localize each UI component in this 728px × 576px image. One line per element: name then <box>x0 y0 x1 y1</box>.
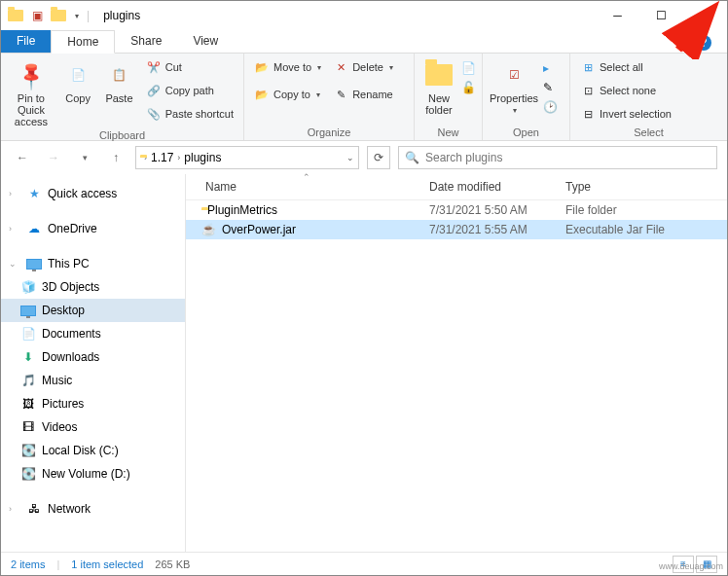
documents-icon: 📄 <box>20 326 36 342</box>
title-bar: ▣ ▾ | plugins ─ ☐ ✕ <box>1 1 727 30</box>
copy-button[interactable]: 📄 Copy <box>59 57 96 106</box>
status-bar: 2 items | 1 item selected 265 KB ≡ ▦ <box>1 552 727 575</box>
search-icon: 🔍 <box>405 151 419 164</box>
invert-selection-button[interactable]: ⊟Invert selection <box>576 104 675 124</box>
help-icon[interactable]: ? <box>696 35 711 51</box>
maximize-button[interactable]: ☐ <box>639 1 683 30</box>
copy-to-icon: 📂 <box>254 87 270 102</box>
sidebar-item-documents[interactable]: 📄Documents <box>1 322 185 345</box>
sidebar-item-desktop[interactable]: Desktop <box>1 299 185 322</box>
select-none-button[interactable]: ⊡Select none <box>576 81 675 100</box>
breadcrumb[interactable]: › 1.17 › plugins ⌄ <box>135 146 359 169</box>
properties-icon: ☑ <box>498 59 529 90</box>
copy-path-icon: 🔗 <box>146 83 162 98</box>
3d-objects-icon: 🧊 <box>20 279 36 295</box>
status-size: 265 KB <box>155 558 190 570</box>
recent-locations-button[interactable]: ▾ <box>73 146 96 169</box>
tab-file[interactable]: File <box>1 30 51 53</box>
delete-icon: ✕ <box>333 59 348 75</box>
tab-share[interactable]: Share <box>115 30 177 53</box>
edit-icon[interactable]: ✎ <box>543 81 558 94</box>
group-label-clipboard: Clipboard <box>7 129 237 141</box>
cut-icon: ✂️ <box>146 59 162 75</box>
column-name[interactable]: Name <box>186 180 429 194</box>
sidebar-item-this-pc[interactable]: ⌄This PC <box>1 252 185 275</box>
sidebar-item-network[interactable]: ›🖧Network <box>1 497 185 521</box>
column-date[interactable]: Date modified <box>429 180 565 194</box>
sidebar-item-downloads[interactable]: ⬇Downloads <box>1 345 185 369</box>
folder-qat-icon[interactable] <box>50 7 67 24</box>
close-button[interactable]: ✕ <box>683 1 727 30</box>
easy-access-icon[interactable]: 🔓 <box>461 81 476 94</box>
rename-button[interactable]: ✎Rename <box>329 85 397 104</box>
move-to-button[interactable]: 📂Move to▾ <box>250 57 325 77</box>
minimize-button[interactable]: ─ <box>596 1 639 30</box>
new-item-icon[interactable]: 📄 <box>461 61 476 75</box>
star-icon: ★ <box>26 186 42 201</box>
paste-shortcut-button[interactable]: 📎Paste shortcut <box>142 104 237 124</box>
onedrive-icon: ☁ <box>26 221 42 236</box>
paste-button[interactable]: 📋 Paste <box>100 57 137 106</box>
sidebar-item-music[interactable]: 🎵Music <box>1 369 185 392</box>
sidebar-item-onedrive[interactable]: ›☁OneDrive <box>1 217 185 240</box>
this-pc-icon <box>26 256 42 271</box>
breadcrumb-part[interactable]: plugins <box>184 151 221 164</box>
jar-icon: ☕ <box>201 223 216 236</box>
select-all-button[interactable]: ⊞Select all <box>576 57 675 77</box>
column-headers: ⌃ Name Date modified Type <box>186 174 727 200</box>
delete-button[interactable]: ✕Delete▾ <box>329 57 397 77</box>
sidebar-item-3d-objects[interactable]: 🧊3D Objects <box>1 275 185 299</box>
history-icon[interactable]: 🕑 <box>543 100 558 114</box>
file-list: ⌃ Name Date modified Type PluginMetrics … <box>186 174 727 552</box>
sidebar-item-pictures[interactable]: 🖼Pictures <box>1 392 185 415</box>
select-all-icon: ⊞ <box>580 59 596 75</box>
properties-button[interactable]: ☑ Properties ▾ <box>489 57 539 117</box>
drive-icon: 💽 <box>20 443 36 458</box>
content-area: ›★Quick access ›☁OneDrive ⌄This PC 🧊3D O… <box>1 174 727 552</box>
table-row[interactable]: PluginMetrics 7/31/2021 5:50 AM File fol… <box>186 200 727 220</box>
forward-button[interactable]: → <box>42 146 65 169</box>
copy-to-button[interactable]: 📂Copy to▾ <box>250 85 325 104</box>
paste-shortcut-icon: 📎 <box>146 106 162 122</box>
table-row[interactable]: ☕OverPower.jar 7/31/2021 5:55 AM Executa… <box>186 220 727 239</box>
sidebar-item-local-disk-c[interactable]: 💽Local Disk (C:) <box>1 439 185 462</box>
drive-icon: 💽 <box>20 466 36 482</box>
sidebar-item-videos[interactable]: 🎞Videos <box>1 415 185 439</box>
refresh-button[interactable]: ⟳ <box>367 146 390 169</box>
invert-selection-icon: ⊟ <box>580 106 596 122</box>
sidebar-item-quick-access[interactable]: ›★Quick access <box>1 182 185 205</box>
tab-home[interactable]: Home <box>51 30 115 54</box>
move-to-icon: 📂 <box>254 59 270 75</box>
new-folder-button[interactable]: New folder <box>420 57 457 118</box>
copy-icon: 📄 <box>62 59 93 90</box>
tab-view[interactable]: View <box>177 30 234 53</box>
search-input[interactable]: 🔍 Search plugins <box>398 146 717 169</box>
group-label-new: New <box>420 126 476 138</box>
cut-button[interactable]: ✂️Cut <box>142 57 237 77</box>
sidebar-item-new-volume-d[interactable]: 💽New Volume (D:) <box>1 462 185 486</box>
group-label-select: Select <box>576 126 721 138</box>
breadcrumb-part[interactable]: 1.17 <box>151 151 173 164</box>
ribbon-tabs: File Home Share View ? <box>1 30 727 54</box>
music-icon: 🎵 <box>20 373 36 388</box>
copy-path-button[interactable]: 🔗Copy path <box>142 81 237 100</box>
paste-icon: 📋 <box>103 59 134 90</box>
select-none-icon: ⊡ <box>580 83 596 98</box>
watermark: www.deuag.com <box>659 561 723 571</box>
back-button[interactable]: ← <box>11 146 34 169</box>
properties-qat-icon[interactable]: ▣ <box>28 7 46 24</box>
open-icon[interactable]: ▸ <box>543 61 558 75</box>
column-type[interactable]: Type <box>565 180 692 194</box>
group-label-organize: Organize <box>250 126 408 138</box>
pin-to-quick-access-button[interactable]: 📌 Pin to Quick access <box>7 57 55 129</box>
up-button[interactable]: ↑ <box>104 146 127 169</box>
ribbon: 📌 Pin to Quick access 📄 Copy 📋 Paste ✂️C… <box>1 54 727 141</box>
window-title: plugins <box>103 9 140 22</box>
folder-icon <box>7 7 24 24</box>
pictures-icon: 🖼 <box>20 396 36 412</box>
sort-caret-icon: ⌃ <box>303 172 310 182</box>
new-folder-icon <box>423 59 455 90</box>
network-icon: 🖧 <box>26 501 42 517</box>
navigation-pane: ›★Quick access ›☁OneDrive ⌄This PC 🧊3D O… <box>1 174 186 552</box>
qat-dropdown-icon[interactable]: ▾ <box>75 12 79 20</box>
